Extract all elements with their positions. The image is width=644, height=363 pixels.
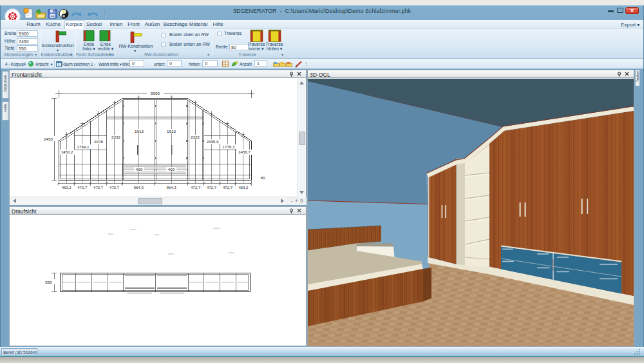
svg-text:1776,3: 1776,3 — [223, 144, 235, 149]
svg-text:1764,1: 1764,1 — [77, 144, 90, 149]
svg-text:472,7: 472,7 — [223, 186, 233, 190]
svg-text:1456,7: 1456,7 — [238, 150, 251, 154]
svg-text:472,7: 472,7 — [191, 186, 201, 190]
svg-text:472,7: 472,7 — [93, 186, 104, 190]
svg-text:964,3: 964,3 — [166, 186, 176, 190]
svg-text:1450,2: 1450,2 — [61, 150, 73, 154]
svg-text:472,7: 472,7 — [109, 186, 120, 190]
svg-text:400: 400 — [136, 167, 143, 172]
svg-text:964,3: 964,3 — [134, 186, 144, 190]
svg-text:1913: 1913 — [135, 129, 144, 133]
svg-text:80: 80 — [261, 176, 265, 180]
svg-text:5900: 5900 — [151, 91, 160, 95]
svg-text:2450: 2450 — [44, 137, 53, 141]
svg-text:2332: 2332 — [191, 135, 200, 139]
svg-text:2332: 2332 — [111, 135, 120, 139]
svg-text:550: 550 — [45, 280, 52, 284]
svg-text:400: 400 — [168, 167, 175, 172]
svg-text:463,2: 463,2 — [238, 186, 249, 190]
svg-text:472,7: 472,7 — [207, 186, 217, 190]
svg-text:1913: 1913 — [167, 129, 176, 133]
svg-text:2095,9: 2095,9 — [207, 139, 219, 144]
svg-text:2078: 2078 — [94, 139, 103, 144]
svg-text:463,2: 463,2 — [62, 186, 72, 190]
svg-text:472,7: 472,7 — [77, 186, 88, 190]
